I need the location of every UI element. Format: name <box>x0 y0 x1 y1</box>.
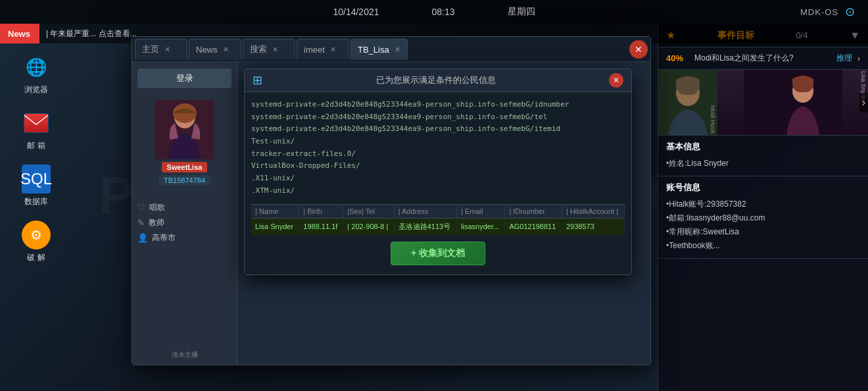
td-name: Lisa Snyder <box>251 218 299 235</box>
char-name-badge: SweetLisa <box>162 162 208 172</box>
event-action[interactable]: 推理 <box>836 53 852 64</box>
collect-button[interactable]: + 收集到文档 <box>391 242 485 265</box>
event-item: 40% Modi和Lisa之间发生了什么? 推理 › <box>658 47 868 70</box>
os-label: MDK-OS <box>800 7 838 17</box>
citizen-data-table: | Name | Birth |Sex| Tel | Address | Ema… <box>251 204 625 235</box>
person-icon: 👤 <box>137 233 148 243</box>
pencil-icon: ✎ <box>137 218 145 228</box>
basic-info-section: 基本信息 •姓名:Lisa Snyder <box>658 136 868 176</box>
browser-window: 主页 ✕ News ✕ 搜索 ✕ imeet ✕ TB_Lisa ✕ ✕ <box>132 36 651 365</box>
info-name: •姓名:Lisa Snyder <box>666 157 860 170</box>
tab-search[interactable]: 搜索 ✕ <box>243 39 295 60</box>
info-nickname: •常用昵称:SweetLisa <box>666 225 860 239</box>
avatar-svg <box>155 100 214 159</box>
browser-icon-item[interactable]: 🌐 浏览器 <box>13 53 59 95</box>
news-label: News <box>0 24 39 43</box>
tab-news-label: News <box>196 45 218 55</box>
td-id: AG012198811 <box>505 218 562 235</box>
th-email: | Email <box>457 204 505 218</box>
female-portrait: Lisa Snyder <box>717 70 868 135</box>
db-icon: SQL <box>22 165 51 194</box>
mail-label: 邮 箱 <box>27 140 45 151</box>
modal-overlay: ⊞ 已为您展示满足条件的公民信息 ✕ systemd-private-e2d3d… <box>237 62 650 365</box>
tab-tblisa-close[interactable]: ✕ <box>395 45 400 54</box>
info-toothbook: •Teethbook账... <box>666 239 860 253</box>
top-bar-right: MDK-OS ⊙ <box>800 5 855 19</box>
tab-search-label: 搜索 <box>250 43 267 55</box>
character-card: SweetLisa TB15874784 <box>150 95 220 191</box>
hobby-singing-label: 唱歌 <box>149 202 165 213</box>
time-display: 08:13 <box>432 7 455 17</box>
td-sex-tel: | 202-908-8 | <box>343 218 394 235</box>
desktop: PRIORD OUT 10/14/2021 08:13 星期四 MDK-OS ⊙… <box>0 0 868 391</box>
char-hobbies: ♡ 唱歌 ✎ 教师 👤 高蒂市 <box>132 197 237 248</box>
male-avatar-svg <box>658 70 717 135</box>
modal-icon: ⊞ <box>253 73 262 88</box>
th-address: | Address <box>394 204 456 218</box>
tab-imeet[interactable]: imeet ✕ <box>297 39 349 60</box>
tab-home[interactable]: 主页 ✕ <box>135 39 187 60</box>
login-tab[interactable]: 登录 <box>137 68 231 88</box>
event-arrow-icon: › <box>857 54 860 63</box>
td-hitalk: 2938573 <box>562 218 624 235</box>
top-bar: 10/14/2021 08:13 星期四 MDK-OS ⊙ <box>0 0 868 24</box>
browser-label: 浏览器 <box>24 84 48 95</box>
browser-content: 登录 <box>132 62 650 365</box>
tab-home-close[interactable]: ✕ <box>164 45 170 54</box>
female-avatar-svg <box>744 70 842 135</box>
tab-imeet-label: imeet <box>304 45 325 55</box>
tab-imeet-close[interactable]: ✕ <box>330 45 336 54</box>
desktop-icons: 🌐 浏览器 邮 箱 SQL 数据库 ⚙ 破 解 <box>13 53 59 263</box>
os-icon: ⊙ <box>845 5 855 19</box>
account-info-section: 账号信息 •Hitalk账号:293857382 •邮箱:lisasnyder8… <box>658 176 868 259</box>
hack-icon-item[interactable]: ⚙ 破 解 <box>13 221 59 263</box>
rivermaster-label: 淡水主播 <box>172 350 198 365</box>
char-id-badge: TB15874784 <box>158 175 210 186</box>
tab-search-close[interactable]: ✕ <box>272 45 278 54</box>
event-text: Modi和Lisa之间发生了什么? <box>694 53 831 64</box>
browser-icon: 🌐 <box>22 53 51 82</box>
portrait-container: Modi Hook Lisa Snyder › <box>658 70 868 135</box>
info-email: •邮箱:lisasnyder88@uu.com <box>666 211 860 225</box>
th-id: | IDnumber <box>505 204 562 218</box>
td-birth: 1988.11.1f <box>299 218 343 235</box>
login-panel: 登录 <box>132 62 237 365</box>
tab-home-label: 主页 <box>142 43 159 55</box>
right-panel: ★ 事件目标 0/4 ▼ 40% Modi和Lisa之间发生了什么? 推理 › <box>658 24 868 391</box>
hobby-teacher-label: 教师 <box>149 217 164 228</box>
td-email: lisasnyder... <box>457 218 505 235</box>
hobby-teacher: ✎ 教师 <box>137 215 231 230</box>
mail-icon <box>22 109 51 138</box>
th-sex-tel: |Sex| Tel <box>343 204 394 218</box>
modal-body: systemd-private-e2d3d4b20e848g523344ea9-… <box>245 92 631 274</box>
modal-title: 已为您展示满足条件的公民信息 <box>262 74 609 86</box>
table-row: Lisa Snyder 1988.11.1f | 202-908-8 | 圣洛迪… <box>251 218 625 235</box>
file-paths: systemd-private-e2d3d4b20e848g523344ea9-… <box>251 99 625 197</box>
citizen-modal: ⊞ 已为您展示满足条件的公民信息 ✕ systemd-private-e2d3d… <box>244 68 632 275</box>
hobby-singing: ♡ 唱歌 <box>137 200 231 215</box>
tab-news-close[interactable]: ✕ <box>223 45 229 54</box>
tab-tblisa-label: TB_Lisa <box>358 45 389 55</box>
info-hitalk: •Hitalk账号:293857382 <box>666 197 860 211</box>
tab-tblisa[interactable]: TB_Lisa ✕ <box>350 39 408 60</box>
weekday-display: 星期四 <box>508 6 535 18</box>
tab-news[interactable]: News ✕ <box>189 39 241 60</box>
td-address: 圣洛迪路4113号 <box>394 218 456 235</box>
modal-close-button[interactable]: ✕ <box>609 73 623 88</box>
db-icon-item[interactable]: SQL 数据库 <box>13 165 59 207</box>
hobby-city: 👤 高蒂市 <box>137 230 231 246</box>
news-text: | 年来最严重... 点击查看... <box>39 28 137 39</box>
account-info-title: 账号信息 <box>666 182 860 194</box>
char-avatar <box>155 100 214 159</box>
date-display: 10/14/2021 <box>333 7 379 17</box>
basic-info-title: 基本信息 <box>666 141 860 153</box>
mail-icon-item[interactable]: 邮 箱 <box>13 109 59 151</box>
browser-close-button[interactable]: ✕ <box>629 40 648 59</box>
portrait-next-button[interactable]: › <box>859 93 868 113</box>
modal-header: ⊞ 已为您展示满足条件的公民信息 ✕ <box>245 69 631 92</box>
th-birth: | Birth <box>299 204 343 218</box>
svg-rect-1 <box>24 114 48 132</box>
heart-icon: ♡ <box>137 203 145 213</box>
tab-bar: 主页 ✕ News ✕ 搜索 ✕ imeet ✕ TB_Lisa ✕ ✕ <box>132 37 650 62</box>
hack-icon: ⚙ <box>22 221 51 249</box>
